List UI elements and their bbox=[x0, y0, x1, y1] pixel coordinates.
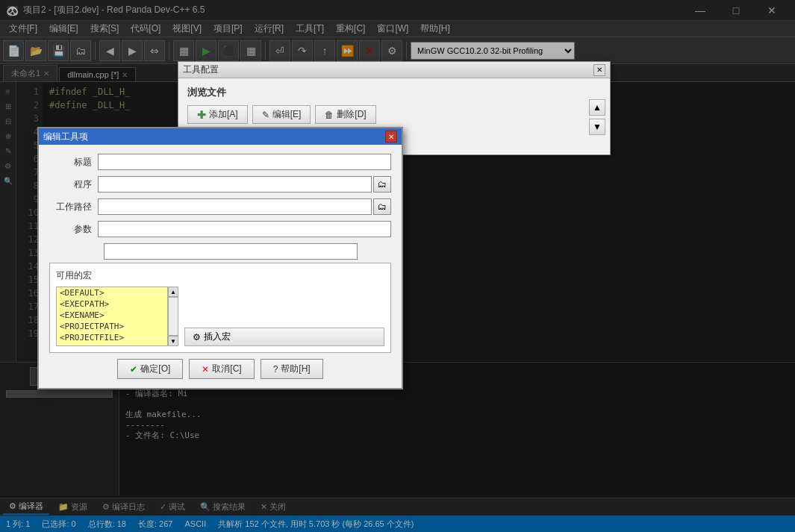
help-icon: ? bbox=[273, 364, 278, 375]
insert-macro-label: 插入宏 bbox=[204, 331, 231, 343]
delete-icon: 🗑 bbox=[325, 110, 334, 120]
macro-item-exename[interactable]: <EXENAME> bbox=[57, 310, 167, 321]
add-tool-btn[interactable]: ✚ 添加[A] bbox=[187, 105, 248, 124]
tool-action-buttons: ✚ 添加[A] ✎ 编辑[E] 🗑 删除[D] bbox=[187, 105, 601, 124]
macro-scroll-up[interactable]: ▲ bbox=[168, 287, 178, 297]
workdir-label: 工作路径 bbox=[49, 201, 98, 213]
ok-icon: ✔ bbox=[130, 364, 137, 375]
title-label: 标题 bbox=[49, 156, 98, 169]
insert-macro-icon: ⚙ bbox=[193, 332, 201, 342]
macro-item-projectpath[interactable]: <PROJECTPATH> bbox=[57, 321, 167, 332]
nav-down-btn[interactable]: ▼ bbox=[589, 119, 605, 135]
macro-scroll-down[interactable]: ▼ bbox=[168, 336, 178, 346]
add-tool-label: 添加[A] bbox=[209, 108, 238, 121]
macro-right: ⚙ 插入宏 bbox=[184, 287, 384, 346]
macro-label: 可用的宏 bbox=[56, 269, 384, 282]
cancel-label: 取消[C] bbox=[212, 363, 241, 375]
edit-tool-dialog: 编辑工具项 ✕ 标题 程序 🗂 工作路径 🗂 参数 bbox=[37, 127, 403, 389]
title-row: 标题 bbox=[49, 154, 391, 170]
help-label: 帮助[H] bbox=[281, 363, 310, 375]
param-extra-input[interactable] bbox=[104, 243, 358, 260]
edit-icon: ✎ bbox=[262, 110, 269, 120]
dialog-buttons: ✔ 确定[O] ✕ 取消[C] ? 帮助[H] bbox=[49, 359, 391, 379]
cancel-button[interactable]: ✕ 取消[C] bbox=[189, 359, 254, 379]
edit-tool-title: 编辑工具项 bbox=[43, 131, 88, 143]
add-icon: ✚ bbox=[197, 109, 206, 121]
browse-files-title: 浏览文件 bbox=[187, 86, 601, 99]
param-input[interactable] bbox=[98, 221, 391, 237]
help-button[interactable]: ? 帮助[H] bbox=[261, 359, 323, 379]
macro-item-default[interactable]: <DEFAULT> bbox=[57, 287, 167, 298]
workdir-input[interactable] bbox=[98, 198, 372, 215]
title-input[interactable] bbox=[98, 154, 391, 170]
edit-tool-label: 编辑[E] bbox=[272, 108, 302, 121]
program-row: 程序 🗂 bbox=[49, 176, 391, 193]
ok-label: 确定[O] bbox=[140, 363, 170, 375]
delete-tool-label: 删除[D] bbox=[337, 108, 366, 121]
delete-tool-btn[interactable]: 🗑 删除[D] bbox=[315, 105, 375, 124]
edit-tool-btn[interactable]: ✎ 编辑[E] bbox=[252, 105, 311, 124]
param-extra-row bbox=[49, 243, 391, 260]
edit-tool-close-btn[interactable]: ✕ bbox=[385, 131, 397, 143]
macro-scrollbar: ▲ ▼ bbox=[168, 287, 178, 346]
cancel-icon: ✕ bbox=[202, 364, 209, 375]
param-label: 参数 bbox=[49, 223, 98, 236]
nav-up-btn[interactable]: ▲ bbox=[589, 99, 605, 116]
edit-tool-titlebar: 编辑工具项 ✕ bbox=[39, 128, 402, 145]
macro-content: <DEFAULT> <EXECPATH> <EXENAME> <PROJECTP… bbox=[56, 287, 384, 346]
tool-config-titlebar: 工具配置 ✕ bbox=[178, 62, 610, 78]
macro-list[interactable]: <DEFAULT> <EXECPATH> <EXENAME> <PROJECTP… bbox=[56, 287, 168, 346]
insert-macro-btn[interactable]: ⚙ 插入宏 bbox=[184, 328, 384, 346]
param-row: 参数 bbox=[49, 221, 391, 237]
macro-section: 可用的宏 <DEFAULT> <EXECPATH> <EXENAME> <PRO… bbox=[49, 263, 391, 353]
program-input[interactable] bbox=[98, 176, 372, 193]
program-browse-btn[interactable]: 🗂 bbox=[373, 176, 391, 193]
ok-button[interactable]: ✔ 确定[O] bbox=[117, 359, 183, 379]
edit-tool-body: 标题 程序 🗂 工作路径 🗂 参数 可用的宏 bbox=[39, 145, 402, 388]
workdir-row: 工作路径 🗂 bbox=[49, 198, 391, 215]
nav-arrows: ▲ ▼ bbox=[589, 99, 605, 135]
tool-config-title: 工具配置 bbox=[183, 63, 219, 76]
macro-item-execpath[interactable]: <EXECPATH> bbox=[57, 298, 167, 310]
workdir-browse-btn[interactable]: 🗂 bbox=[373, 198, 391, 215]
program-label: 程序 bbox=[49, 178, 98, 191]
macro-scroll-track bbox=[168, 297, 178, 336]
tool-config-close-btn[interactable]: ✕ bbox=[593, 64, 605, 76]
macro-item-projectfile[interactable]: <PROJECTFILE> bbox=[57, 332, 167, 343]
